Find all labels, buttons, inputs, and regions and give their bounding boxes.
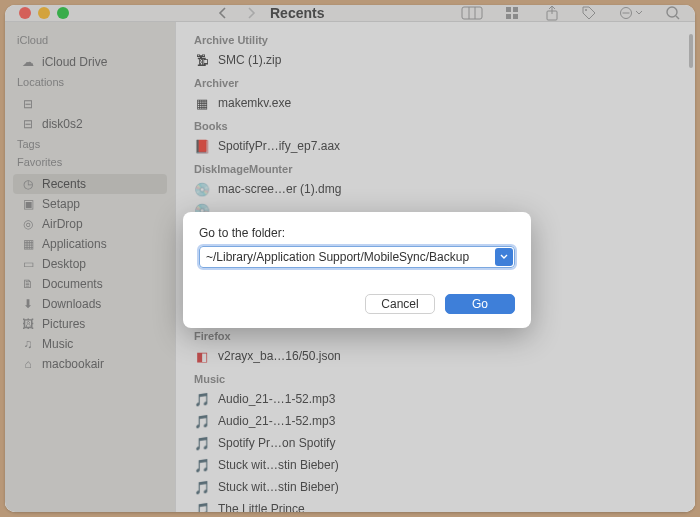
dialog-label: Go to the folder: xyxy=(199,226,515,240)
go-to-folder-dialog: Go to the folder: Cancel Go xyxy=(183,212,531,328)
combo-dropdown-button[interactable] xyxy=(495,248,513,266)
path-input[interactable] xyxy=(199,246,515,268)
path-input-wrap xyxy=(199,246,515,268)
finder-window: Recents iCloud ☁︎iCloud Drive Locations … xyxy=(5,5,695,512)
go-button[interactable]: Go xyxy=(445,294,515,314)
cancel-button[interactable]: Cancel xyxy=(365,294,435,314)
dialog-buttons: Cancel Go xyxy=(199,294,515,314)
